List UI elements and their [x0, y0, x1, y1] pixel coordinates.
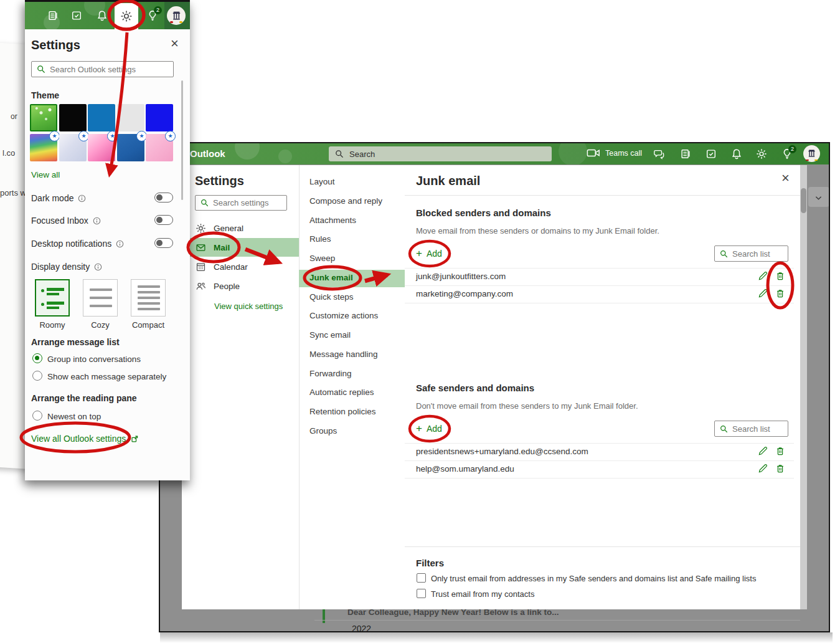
section-compose-and-reply[interactable]: Compose and reply: [309, 196, 382, 206]
theme-tile-basketball[interactable]: ★: [117, 134, 144, 161]
safe-add-button[interactable]: + Add: [416, 423, 442, 434]
theme-tile-green-selected[interactable]: [30, 104, 57, 131]
nav-item-mail[interactable]: Mail: [196, 242, 230, 253]
delete-icon[interactable]: [775, 446, 785, 456]
section-quick-steps[interactable]: Quick steps: [309, 292, 354, 302]
safe-sender-row: help@som.umaryland.edu: [416, 464, 514, 474]
panel-title: Junk email: [416, 174, 480, 188]
section-sweep[interactable]: Sweep: [309, 254, 335, 263]
notebook-button[interactable]: [680, 148, 691, 160]
flyout-search-input[interactable]: Search Outlook settings: [31, 61, 174, 77]
edit-icon[interactable]: [758, 271, 768, 281]
notebook-button[interactable]: [47, 10, 59, 21]
tips-button[interactable]: 2: [781, 148, 793, 160]
edit-icon[interactable]: [758, 288, 768, 298]
theme-tile-black[interactable]: [59, 104, 87, 131]
theme-view-all-link[interactable]: View all: [31, 170, 60, 179]
radio-newest-on-top[interactable]: [32, 411, 42, 421]
bell-icon: [97, 10, 108, 21]
tasks-button[interactable]: [71, 10, 82, 21]
desktop-notifications-toggle[interactable]: [154, 238, 173, 248]
settings-gear-button-active[interactable]: [115, 3, 138, 29]
delete-icon[interactable]: [775, 271, 785, 281]
filter-checkbox-trust-contacts[interactable]: [417, 589, 426, 598]
section-groups[interactable]: Groups: [309, 426, 337, 436]
chat-button[interactable]: [653, 148, 664, 160]
section-layout[interactable]: Layout: [309, 177, 335, 186]
tasks-check-icon: [71, 10, 82, 21]
theme-tile-blue[interactable]: [88, 104, 115, 131]
density-option-roomy[interactable]: [35, 279, 70, 317]
section-attachments[interactable]: Attachments: [309, 216, 356, 225]
view-quick-settings-link[interactable]: View quick settings: [214, 302, 283, 311]
settings-search-input[interactable]: Search settings: [195, 195, 287, 211]
section-junk-email[interactable]: Junk email: [309, 273, 353, 282]
focused-inbox-toggle[interactable]: [154, 215, 173, 225]
info-icon: [93, 217, 101, 225]
teams-call-button[interactable]: Teams call: [587, 148, 642, 158]
nav-item-people[interactable]: People: [196, 281, 240, 292]
filter-checkbox-safe-only[interactable]: [417, 573, 426, 583]
search-icon: [335, 150, 344, 158]
search-icon: [201, 199, 209, 207]
outlook-brand[interactable]: Outlook: [190, 148, 225, 159]
edit-icon[interactable]: [758, 446, 768, 456]
account-avatar[interactable]: [167, 6, 186, 25]
tips-badge: 2: [154, 6, 162, 14]
close-icon[interactable]: ×: [171, 36, 179, 52]
section-retention-policies[interactable]: Retention policies: [309, 407, 376, 416]
delete-icon[interactable]: [775, 464, 785, 474]
section-sync-email[interactable]: Sync email: [309, 330, 351, 340]
fragment-text: or: [11, 112, 17, 121]
account-avatar[interactable]: [803, 145, 820, 162]
desktop-notifications-row: Desktop notifications: [31, 239, 124, 249]
notebook-icon: [47, 10, 59, 21]
info-icon: [94, 263, 102, 271]
search-icon: [37, 65, 45, 74]
section-message-handling[interactable]: Message handling: [309, 350, 378, 359]
view-all-outlook-settings-link[interactable]: View all Outlook settings: [31, 434, 139, 444]
section-automatic-replies[interactable]: Automatic replies: [309, 388, 374, 397]
theme-tile-blocks[interactable]: ★: [146, 134, 173, 161]
theme-tile-rainbow[interactable]: ★: [30, 134, 57, 161]
flyout-scrollbar[interactable]: [181, 80, 183, 200]
people-icon: [196, 281, 206, 292]
calendar-icon: [196, 262, 206, 272]
tasks-button[interactable]: [706, 148, 717, 160]
header-search-input[interactable]: Search: [329, 146, 552, 161]
section-forwarding[interactable]: Forwarding: [309, 369, 352, 378]
notifications-button[interactable]: [97, 10, 108, 21]
blocked-add-button[interactable]: + Add: [416, 248, 442, 259]
section-customize-actions[interactable]: Customize actions: [309, 311, 378, 320]
density-option-compact[interactable]: [131, 279, 166, 317]
blocked-search-list-input[interactable]: Search list: [714, 245, 788, 262]
theme-tile-unicorn[interactable]: ★: [88, 134, 115, 161]
settings-flyout: 2 Settings × Search Outlook settings The…: [25, 0, 190, 480]
section-rules[interactable]: Rules: [309, 234, 331, 244]
radio-show-each-message[interactable]: [32, 371, 42, 381]
dialog-title: Settings: [195, 174, 244, 188]
close-icon[interactable]: ×: [781, 171, 790, 185]
delete-icon[interactable]: [775, 288, 785, 298]
settings-gear-button[interactable]: [756, 148, 767, 160]
panel-scrollbar[interactable]: [800, 165, 807, 609]
dark-mode-row: Dark mode: [31, 193, 86, 203]
radio-group-into-conversations[interactable]: [32, 353, 42, 363]
density-option-cozy[interactable]: [83, 279, 118, 317]
theme-tile-brightblue[interactable]: [146, 104, 173, 131]
tips-button[interactable]: 2: [147, 10, 158, 21]
theme-tile-silver[interactable]: ★: [59, 134, 87, 161]
notifications-button[interactable]: [731, 148, 742, 160]
theme-tile-lightgray[interactable]: [117, 104, 144, 131]
nav-item-calendar[interactable]: Calendar: [196, 262, 248, 272]
edit-icon[interactable]: [758, 464, 768, 474]
main-screenshot: Outlook Search Teams call 2: [159, 142, 830, 632]
nav-item-general[interactable]: General: [196, 223, 243, 234]
safe-search-list-input[interactable]: Search list: [714, 421, 788, 437]
screenshot-canvas: or l.co ports w Outlook Search Teams cal…: [0, 0, 840, 643]
display-density-label: Display density: [31, 262, 102, 272]
settings-search-placeholder: Search settings: [213, 198, 269, 207]
blocked-sender-row: marketing@company.com: [416, 289, 513, 298]
dark-mode-toggle[interactable]: [154, 193, 173, 202]
scrollbar-thumb[interactable]: [801, 188, 806, 213]
